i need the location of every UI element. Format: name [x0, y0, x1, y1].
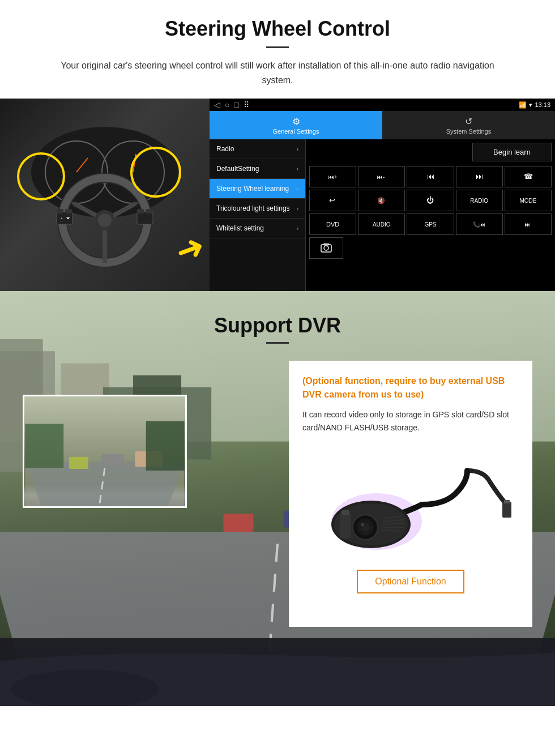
svg-rect-48 — [69, 457, 88, 469]
begin-learn-row: Begin learn — [309, 143, 552, 161]
control-buttons-row4 — [309, 237, 552, 259]
section1-steering-wheel: Steering Wheel Control Your original car… — [0, 0, 555, 87]
status-bar-nav: ◁ ○ □ ⠿ — [214, 100, 249, 109]
ctrl-vol-down[interactable]: ⏮- — [358, 166, 405, 187]
chevron-right-icon-3: › — [297, 186, 298, 192]
menu-whitelist-label: Whitelist setting — [216, 224, 264, 232]
svg-text:⏮-: ⏮- — [377, 174, 385, 180]
svg-rect-55 — [504, 500, 510, 503]
tab-general-settings[interactable]: ⚙ General Settings — [210, 111, 382, 139]
section2-dvr: Support DVR — [0, 291, 555, 706]
ctrl-back[interactable]: ↩ — [309, 190, 356, 211]
yellow-circle-right — [130, 147, 181, 198]
svg-point-61 — [361, 523, 364, 526]
nav-back[interactable]: ◁ — [214, 100, 220, 109]
optional-function-button[interactable]: Optional Function — [357, 570, 464, 593]
dvr-preview-svg — [24, 396, 185, 506]
dvr-optional-text: (Optional function, require to buy exter… — [302, 374, 519, 402]
ctrl-mute[interactable]: 🔇 — [358, 190, 405, 211]
wifi-icon: ▾ — [529, 101, 532, 109]
svg-text:🔇: 🔇 — [377, 197, 385, 204]
dvr-desc-text: It can record video only to storage in G… — [302, 408, 519, 434]
menu-item-tricoloured[interactable]: Tricoloured light settings › — [210, 199, 305, 219]
tab-system-settings[interactable]: ↺ System Settings — [382, 111, 555, 139]
dvr-camera-svg — [309, 448, 513, 556]
nav-dots[interactable]: ⠿ — [244, 100, 249, 109]
svg-point-11 — [98, 213, 112, 227]
section2-inner: Support DVR — [0, 291, 555, 638]
ctrl-mode[interactable]: MODE — [505, 190, 552, 211]
menu-item-default[interactable]: DefaultSetting › — [210, 159, 305, 179]
ctrl-gps[interactable]: GPS — [407, 213, 454, 235]
control-buttons-row2: ↩ 🔇 ⏻ RADIO MODE — [309, 190, 552, 211]
ctrl-radio[interactable]: RADIO — [456, 190, 503, 211]
begin-learn-button[interactable]: Begin learn — [472, 143, 552, 161]
svg-rect-49 — [102, 454, 124, 467]
menu-steering-label: Steering Wheel learning — [216, 185, 289, 193]
svg-rect-51 — [25, 424, 63, 468]
nav-square[interactable]: □ — [234, 100, 238, 109]
menu-item-whitelist[interactable]: Whitelist setting › — [210, 219, 305, 238]
section2-title: Support DVR — [23, 314, 532, 338]
menu-item-radio[interactable]: Radio › — [210, 139, 305, 159]
svg-rect-15 — [137, 212, 153, 224]
chevron-right-icon-2: › — [297, 166, 298, 172]
android-ui-panel: ◁ ○ □ ⠿ 📶 ▾ 13:13 ⚙ General Settings ↺ S… — [210, 99, 555, 291]
section2-divider — [266, 342, 289, 344]
menu-default-label: DefaultSetting — [216, 165, 259, 173]
chevron-right-icon-4: › — [297, 206, 298, 212]
optional-function-container: Optional Function — [302, 570, 519, 593]
steering-control-area: Begin learn ⏮+ ⏮- ⏮ ⏭ — [306, 139, 555, 291]
svg-text:⏮: ⏮ — [427, 172, 434, 181]
ctrl-prev[interactable]: ⏮ — [407, 166, 454, 187]
ctrl-audio[interactable]: AUDIO — [358, 213, 405, 235]
menu-tricoloured-label: Tricoloured light settings — [216, 204, 290, 212]
tab-system-label: System Settings — [446, 128, 491, 135]
dvr-preview-image — [23, 395, 187, 508]
section1-divider — [266, 46, 289, 48]
car-dashboard-svg — [0, 638, 555, 706]
svg-rect-13 — [57, 209, 63, 213]
dvr-left-area — [23, 361, 278, 508]
tab-general-label: General Settings — [273, 128, 319, 135]
status-bar: ◁ ○ □ ⠿ 📶 ▾ 13:13 — [210, 99, 555, 111]
ctrl-camera[interactable] — [309, 237, 343, 259]
status-bar-info: 📶 ▾ 13:13 — [519, 101, 550, 109]
svg-rect-52 — [146, 421, 185, 471]
menu-item-steering[interactable]: Steering Wheel learning › — [210, 179, 305, 199]
svg-rect-12 — [57, 212, 72, 224]
chevron-right-icon: › — [297, 146, 298, 152]
ctrl-phone-prev[interactable]: 📞⏮ — [456, 213, 503, 235]
svg-text:☎: ☎ — [524, 172, 533, 181]
svg-rect-62 — [340, 513, 351, 539]
signal-icon: 📶 — [519, 101, 527, 109]
svg-rect-17 — [146, 209, 152, 213]
ctrl-dvd[interactable]: DVD — [309, 213, 356, 235]
system-settings-icon: ↺ — [465, 116, 472, 127]
svg-rect-16 — [137, 209, 144, 213]
control-buttons-row1: ⏮+ ⏮- ⏮ ⏭ ☎ — [309, 166, 552, 187]
dvr-camera-image — [302, 445, 519, 558]
ctrl-next2[interactable]: ⏭ — [505, 213, 552, 235]
general-settings-icon: ⚙ — [292, 116, 300, 127]
section2-bottom — [0, 638, 555, 706]
ctrl-next[interactable]: ⏭ — [456, 166, 503, 187]
svg-text:☎: ☎ — [66, 216, 70, 220]
nav-home[interactable]: ○ — [225, 100, 229, 109]
svg-point-30 — [324, 246, 328, 250]
ctrl-phone[interactable]: ☎ — [505, 166, 552, 187]
svg-text:-: - — [61, 219, 62, 223]
status-time: 13:13 — [535, 101, 550, 108]
settings-menu: Radio › DefaultSetting › Steering Wheel … — [210, 139, 306, 291]
svg-rect-63 — [341, 510, 349, 515]
dvr-info-card: (Optional function, require to buy exter… — [289, 361, 532, 627]
svg-text:⏻: ⏻ — [426, 196, 434, 204]
ctrl-vol-up[interactable]: ⏮+ — [309, 166, 356, 187]
section1-subtitle: Your original car's steering wheel contr… — [57, 58, 498, 87]
device-screenshot: + - ☎ ➜ ◁ ○ □ ⠿ 📶 ▾ 13:13 — [0, 99, 555, 291]
menu-radio-label: Radio — [216, 145, 234, 153]
android-tab-bar: ⚙ General Settings ↺ System Settings — [210, 111, 555, 139]
dvr-layout: (Optional function, require to buy exter… — [23, 361, 532, 627]
control-buttons-row3: DVD AUDIO GPS 📞⏮ ⏭ — [309, 213, 552, 235]
ctrl-power[interactable]: ⏻ — [407, 190, 454, 211]
